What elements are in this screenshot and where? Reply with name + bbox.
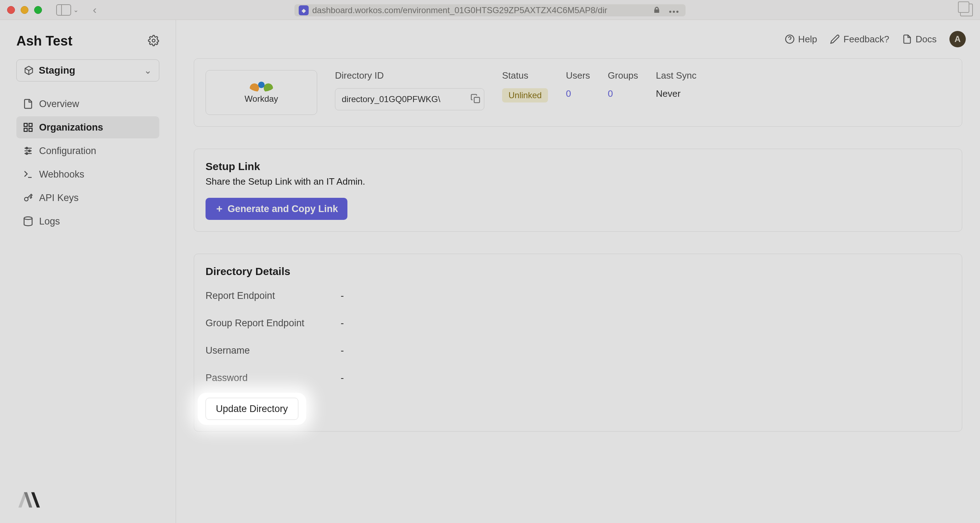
setup-link-title: Setup Link — [205, 161, 950, 172]
detail-key-password: Password — [205, 373, 340, 384]
sidebar-item-label: Configuration — [39, 145, 96, 156]
sidebar-item-label: Overview — [39, 99, 79, 110]
browser-sidebar-toggle[interactable] — [56, 4, 71, 16]
svg-point-0 — [152, 39, 155, 42]
avatar[interactable]: A — [950, 31, 966, 47]
browser-chrome: ⌄ ‹ ◆ dashboard.workos.com/environment_0… — [0, 0, 980, 20]
update-directory-button[interactable]: Update Directory — [205, 398, 298, 420]
environment-label: Staging — [39, 65, 139, 76]
browser-back-button[interactable]: ‹ — [93, 3, 97, 16]
svg-rect-16 — [474, 97, 480, 103]
users-label: Users — [566, 70, 590, 81]
chevron-down-icon[interactable]: ⌄ — [73, 6, 79, 14]
help-link[interactable]: Help — [785, 34, 817, 45]
status-badge: Unlinked — [502, 88, 548, 102]
sidebar-item-api-keys[interactable]: API Keys — [16, 187, 159, 209]
generate-copy-link-button[interactable]: Generate and Copy Link — [205, 198, 347, 220]
detail-val-report-endpoint: - — [340, 290, 950, 301]
detail-val-password: - — [340, 373, 950, 384]
update-directory-label: Update Directory — [216, 403, 288, 415]
lock-icon[interactable]: 🔒︎ — [651, 6, 663, 15]
docs-link[interactable]: Docs — [902, 34, 937, 45]
detail-key-report-endpoint: Report Endpoint — [205, 290, 340, 301]
directory-summary-card: Workday Directory ID directory_01GQ0PFWK… — [194, 58, 962, 127]
chevron-down-icon: ⌄ — [144, 65, 152, 76]
directory-id-field[interactable]: directory_01GQ0PFWKG\ — [335, 88, 484, 110]
setup-link-card: Setup Link Share the Setup Link with an … — [194, 149, 962, 231]
svg-rect-2 — [29, 123, 32, 127]
last-sync-label: Last Sync — [656, 70, 697, 81]
window-minimize-button[interactable] — [21, 6, 29, 14]
window-zoom-button[interactable] — [34, 6, 42, 14]
sidebar-item-webhooks[interactable]: Webhooks — [16, 163, 159, 185]
detail-key-username: Username — [205, 345, 340, 356]
feedback-link[interactable]: Feedback? — [830, 34, 889, 45]
address-bar[interactable]: ◆ dashboard.workos.com/environment_01G0H… — [294, 4, 686, 16]
status-label: Status — [502, 70, 548, 81]
provider-tile: Workday — [205, 70, 317, 115]
brand-logo — [16, 506, 42, 512]
sidebar-item-label: API Keys — [39, 193, 79, 204]
directory-id-value: directory_01GQ0PFWKG\ — [342, 94, 467, 104]
sidebar: Ash Test Staging ⌄ Overview — [0, 20, 176, 523]
svg-rect-4 — [29, 128, 32, 132]
directory-details-card: Directory Details Report Endpoint - Grou… — [194, 254, 962, 432]
workspace-title: Ash Test — [16, 33, 73, 49]
help-label: Help — [798, 34, 817, 45]
site-favicon: ◆ — [299, 5, 309, 15]
topbar: Help Feedback? Docs A — [176, 20, 980, 58]
groups-count[interactable]: 0 — [608, 88, 638, 99]
svg-rect-1 — [24, 123, 27, 127]
last-sync-value: Never — [656, 88, 697, 99]
copy-icon[interactable] — [471, 94, 480, 105]
groups-label: Groups — [608, 70, 638, 81]
sidebar-item-label: Logs — [39, 216, 60, 227]
provider-name: Workday — [245, 94, 278, 104]
feedback-label: Feedback? — [843, 34, 889, 45]
setup-link-description: Share the Setup Link with an IT Admin. — [205, 176, 950, 187]
users-count[interactable]: 0 — [566, 88, 590, 99]
workday-logo-icon — [249, 81, 274, 92]
detail-val-username: - — [340, 345, 950, 356]
sidebar-item-logs[interactable]: Logs — [16, 210, 159, 232]
sidebar-item-organizations[interactable]: Organizations — [16, 116, 159, 139]
svg-rect-3 — [24, 128, 27, 132]
main-content: Help Feedback? Docs A Workday — [176, 20, 980, 523]
directory-id-label: Directory ID — [335, 70, 484, 81]
docs-label: Docs — [916, 34, 937, 45]
reader-more-icon[interactable] — [667, 6, 681, 15]
window-close-button[interactable] — [7, 6, 15, 14]
gear-icon[interactable] — [148, 35, 159, 48]
sidebar-item-overview[interactable]: Overview — [16, 93, 159, 115]
sidebar-item-label: Webhooks — [39, 169, 84, 180]
tab-overview-button[interactable] — [960, 3, 973, 16]
cube-icon — [24, 65, 34, 75]
directory-details-title: Directory Details — [205, 265, 950, 277]
generate-button-label: Generate and Copy Link — [228, 204, 338, 215]
sidebar-item-label: Organizations — [39, 122, 103, 133]
address-bar-url: dashboard.workos.com/environment_01G0HTS… — [312, 5, 647, 15]
svg-point-13 — [24, 217, 32, 220]
detail-key-group-report-endpoint: Group Report Endpoint — [205, 318, 340, 329]
environment-selector[interactable]: Staging ⌄ — [16, 59, 159, 81]
sidebar-item-configuration[interactable]: Configuration — [16, 140, 159, 162]
detail-val-group-report-endpoint: - — [340, 318, 950, 329]
